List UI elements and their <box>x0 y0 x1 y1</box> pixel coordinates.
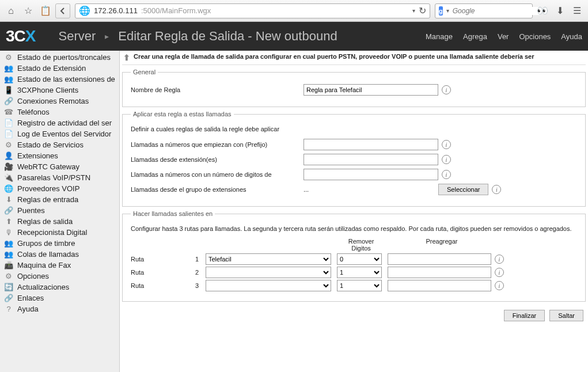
menu-view[interactable]: Ver <box>498 32 509 41</box>
sidebar-item[interactable]: 👥Colas de llamadas <box>0 249 119 260</box>
sidebar-item-icon: 🔗 <box>3 294 14 302</box>
back-button[interactable] <box>55 3 70 18</box>
sidebar-item-icon: 🔗 <box>3 206 14 215</box>
route-number: 1 <box>188 256 206 263</box>
logo: 3CX <box>6 27 35 45</box>
sidebar-item-label: Maquina de Fax <box>17 261 71 269</box>
binoculars-icon[interactable]: 👀 <box>535 3 550 18</box>
home-icon[interactable]: ⌂ <box>3 3 18 18</box>
sidebar-item[interactable]: 👤Extensiones <box>0 150 119 161</box>
sidebar-item[interactable]: 👥Estado de las extensiones de <box>0 74 119 85</box>
sidebar-item[interactable]: 📱3CXPhone Clients <box>0 85 119 96</box>
sidebar-item[interactable]: ⚙Estado de puertos/troncales <box>0 52 119 63</box>
clipboard-icon[interactable]: 📋 <box>38 3 53 18</box>
menu-add[interactable]: Agrega <box>463 32 487 41</box>
sidebar-item-label: WebRTC Gateway <box>17 162 79 171</box>
sidebar-item[interactable]: 📄Registro de actividad del ser <box>0 117 119 128</box>
sidebar-item[interactable]: ☎Teléfonos <box>0 107 119 117</box>
route-prepend-input[interactable] <box>388 267 491 278</box>
ext-group-label: Llamadas desde el grupo de extensiones <box>131 186 304 193</box>
sidebar-item[interactable]: 🔗Puentes <box>0 205 119 216</box>
info-icon[interactable]: i <box>442 170 451 179</box>
up-arrow-icon[interactable]: ⬆ <box>123 53 130 62</box>
prefix-input[interactable] <box>304 139 438 150</box>
info-icon[interactable]: i <box>495 268 504 277</box>
sidebar-item[interactable]: 🌐Proveedores VOIP <box>0 183 119 194</box>
info-icon[interactable]: i <box>442 140 451 149</box>
route-remove-digits-select[interactable]: 1 <box>337 280 382 291</box>
url-dropdown-icon[interactable]: ▾ <box>412 7 415 14</box>
sidebar-item-label: 3CXPhone Clients <box>17 86 78 94</box>
skip-button[interactable]: Saltar <box>549 310 583 321</box>
sidebar-item-icon: 📱 <box>3 86 14 94</box>
sidebar-item[interactable]: ⚙Opciones <box>0 271 119 282</box>
sidebar-item-icon: 🔗 <box>3 97 14 105</box>
url-bar[interactable]: 🌐 172.26.0.111 ▾ ↻ <box>75 3 430 18</box>
sidebar-item-label: Recepcionista Digital <box>17 228 87 237</box>
search-engine-dropdown-icon[interactable]: ▾ <box>446 7 449 14</box>
url-host: 172.26.0.111 <box>94 6 138 15</box>
route-prepend-input[interactable] <box>388 280 491 291</box>
sidebar-item[interactable]: 🎥WebRTC Gateway <box>0 161 119 172</box>
sidebar-item-icon: 📄 <box>3 119 14 127</box>
download-icon[interactable]: ⬇ <box>552 3 567 18</box>
sidebar-item[interactable]: 📄Log de Eventos del Servidor <box>0 128 119 139</box>
sidebar-item-icon: ⚙ <box>3 53 14 62</box>
sidebar-item-icon: ☎ <box>3 108 14 116</box>
sidebar-item-label: Ayuda <box>17 305 39 313</box>
route-gateway-select[interactable] <box>206 280 331 291</box>
sidebar-item-icon: ⚙ <box>3 272 14 280</box>
info-icon[interactable]: i <box>495 281 504 290</box>
finish-button[interactable]: Finalizar <box>504 310 545 321</box>
route-row: Ruta21i <box>131 267 577 278</box>
sidebar-item-label: Puentes <box>17 206 45 215</box>
digits-input[interactable] <box>304 169 438 180</box>
sidebar-item-icon: 👥 <box>3 239 14 248</box>
info-icon[interactable]: i <box>492 185 501 194</box>
sidebar-item[interactable]: ⚙Estado de Servicios <box>0 139 119 150</box>
rule-name-input[interactable] <box>304 84 438 96</box>
route-remove-digits-select[interactable]: 0 <box>337 253 382 265</box>
menu-manage[interactable]: Manage <box>426 32 453 41</box>
route-prepend-input[interactable] <box>388 253 491 265</box>
sidebar-item-icon: 🌐 <box>3 184 14 193</box>
info-icon[interactable]: i <box>495 255 504 264</box>
sidebar-item[interactable]: 👥Grupos de timbre <box>0 238 119 249</box>
apply-rule-section: Aplicar esta regla a estas llamadas Defi… <box>122 111 586 207</box>
search-input[interactable] <box>453 7 540 15</box>
sidebar-item-label: Estado de Servicios <box>17 141 84 149</box>
breadcrumb-root[interactable]: Server <box>58 29 96 44</box>
sidebar-item-label: Teléfonos <box>17 108 50 116</box>
info-icon[interactable]: i <box>442 155 451 164</box>
sidebar-item[interactable]: 🔄Actualizaciones <box>0 282 119 293</box>
sidebar-item[interactable]: 👥Estado de Extensión <box>0 63 119 74</box>
menu-icon[interactable]: ☰ <box>570 3 585 18</box>
sidebar-item[interactable]: ?Ayuda <box>0 303 119 314</box>
select-button[interactable]: Seleccionar <box>438 184 488 195</box>
sidebar-item[interactable]: 🔌Pasarelas VoIP/PSTN <box>0 172 119 183</box>
sidebar-item[interactable]: 🎙Recepcionista Digital <box>0 227 119 238</box>
page-description: ⬆ Crear una regla de llamada de salida p… <box>122 51 586 65</box>
from-ext-input[interactable] <box>304 154 438 165</box>
sidebar-item[interactable]: ⬇Reglas de entrada <box>0 194 119 205</box>
search-bar[interactable]: g ▾ <box>435 3 533 18</box>
menu-options[interactable]: Opciones <box>519 32 551 41</box>
url-input[interactable] <box>141 6 409 15</box>
bookmark-icon[interactable]: ☆ <box>21 3 36 18</box>
reload-icon[interactable]: ↻ <box>419 5 426 16</box>
sidebar-item-icon: 📠 <box>3 261 14 269</box>
route-remove-digits-select[interactable]: 1 <box>337 267 382 278</box>
sidebar-item[interactable]: 📠Maquina de Fax <box>0 260 119 271</box>
sidebar-item[interactable]: 🔗Conexiones Remotas <box>0 96 119 107</box>
route-label: Ruta <box>131 282 188 289</box>
sidebar-item[interactable]: 🔗Enlaces <box>0 293 119 303</box>
logo-part1: 3C <box>6 27 25 45</box>
route-gateway-select[interactable] <box>206 267 331 278</box>
prefix-label: Llamadas a números que empiezan con (Pre… <box>131 141 304 148</box>
info-icon[interactable]: i <box>442 85 451 94</box>
sidebar-item-label: Extensiones <box>17 151 58 160</box>
routes-subdesc: Configurar hasta 3 rutas para llamadas. … <box>131 225 577 232</box>
menu-help[interactable]: Ayuda <box>561 32 582 41</box>
route-gateway-select[interactable]: Telefacil <box>206 253 331 265</box>
sidebar-item[interactable]: ⬆Reglas de salida <box>0 216 119 227</box>
